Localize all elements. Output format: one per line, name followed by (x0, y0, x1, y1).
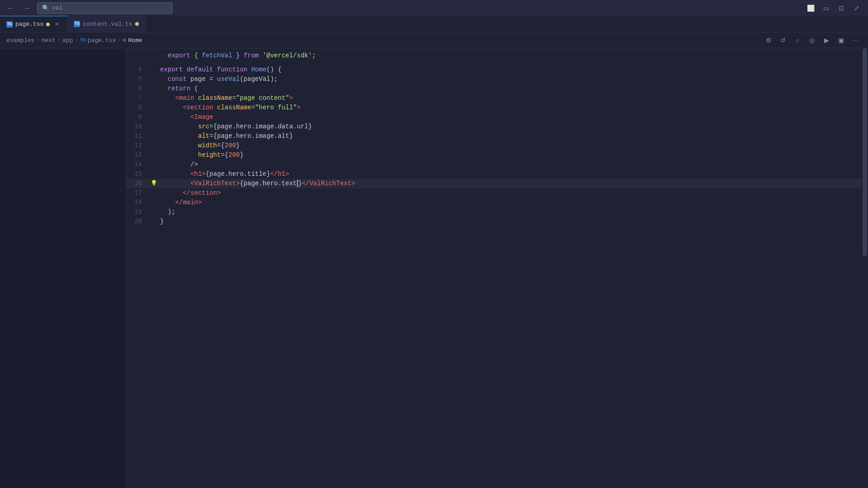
breadcrumb-sep-1: › (36, 37, 39, 43)
line-num-20: 20 (127, 217, 149, 226)
breadcrumb-home[interactable]: Home (128, 37, 142, 44)
lightbulb-icon[interactable]: 💡 (151, 179, 157, 188)
breadcrumb-page-tsx[interactable]: page.tsx (88, 37, 116, 44)
tab-modified-indicator (46, 23, 50, 26)
breadcrumb-ts-icon: TS (80, 38, 86, 43)
ts-lang-icon-2: TS (74, 21, 80, 27)
run-button[interactable]: ▶ (820, 34, 833, 46)
line-content-7: <main className="page content"> (158, 94, 868, 103)
symbol-icon: ⊙ (123, 37, 126, 44)
line-content-10: src={page.hero.image.data.url} (158, 122, 868, 131)
breadcrumb: examples › next › app › TS page.tsx › ⊙ … (6, 37, 142, 44)
line-content-4: export default function Home() { (158, 65, 868, 75)
layout-toggle-button[interactable]: ⬜ (804, 2, 817, 14)
toolbar-icons: ⚙ ↺ ○ ◎ ▶ ▣ ··· (762, 34, 862, 46)
code-line-9: 9 <Image (127, 113, 868, 122)
line-num-16: 16 (127, 179, 149, 188)
layout-editor-button[interactable]: ▣ (835, 34, 847, 46)
editor-area: export { fetchVal } from '@vercel/sdk'; … (0, 48, 868, 488)
tab-content-val-ts[interactable]: TS content.val.ts (67, 16, 145, 32)
code-line-20: 20 } (127, 217, 868, 226)
line-content-20: } (158, 217, 868, 226)
line-num-17: 17 (127, 188, 149, 198)
code-line-15: 15 <h1>{page.hero.title}</h1> (127, 169, 868, 179)
code-line-11: 11 alt={page.hero.image.alt} (127, 131, 868, 141)
code-line-8: 8 <section className="hero full"> (127, 103, 868, 113)
code-line-16: 16 💡 <ValRichText>{page.hero.text}</ValR… (127, 179, 868, 188)
circle-right-button[interactable]: ◎ (806, 34, 818, 46)
code-line-13: 13 height={200} (127, 150, 868, 160)
code-line-12: 12 width={200} (127, 141, 868, 150)
line-content-12: width={200} (158, 141, 868, 150)
line-content-5: const page = useVal(pageVal); (158, 75, 868, 84)
breadcrumb-examples[interactable]: examples (6, 37, 34, 44)
line-content-18: </main> (158, 198, 868, 207)
line-num-5: 5 (127, 75, 149, 84)
forward-button[interactable]: → (21, 2, 33, 14)
line-content-14: /> (158, 160, 868, 169)
scrollbar-thumb[interactable] (863, 48, 867, 256)
titlebar-left: ← → 🔍 val (5, 2, 173, 14)
search-bar[interactable]: 🔍 val (37, 2, 173, 14)
line-content-17: </section> (158, 188, 868, 198)
code-area: export { fetchVal } from '@vercel/sdk'; … (127, 48, 868, 229)
back-button[interactable]: ← (5, 2, 17, 14)
line-content-9: <Image (158, 113, 868, 122)
line-content-15: <h1>{page.hero.title}</h1> (158, 169, 868, 179)
search-icon: 🔍 (42, 5, 49, 12)
code-line-19: 19 ); (127, 207, 868, 217)
line-content-19: ); (158, 207, 868, 217)
scrollbar[interactable] (862, 48, 868, 488)
breadcrumb-sep-2: › (57, 37, 61, 43)
split-editor-button[interactable]: ⚙ (762, 34, 775, 46)
line-num-9: 9 (127, 113, 149, 122)
line-content-11: alt={page.hero.image.alt} (158, 131, 868, 141)
line-num-7: 7 (127, 94, 149, 103)
breadcrumb-app[interactable]: app (62, 37, 73, 44)
fullscreen-button[interactable]: ⤢ (850, 2, 863, 14)
ts-lang-icon: TS (6, 21, 13, 28)
line-num-11: 11 (127, 131, 149, 141)
line-num-8: 8 (127, 103, 149, 113)
code-line-blank (127, 61, 868, 65)
tab-content-label: content.val.ts (83, 21, 132, 28)
line-content-top: export { fetchVal } from '@vercel/sdk'; (158, 51, 868, 61)
tab-modified-indicator-2 (135, 22, 139, 26)
circle-button[interactable]: ○ (791, 34, 804, 46)
editor-toolbar: examples › next › app › TS page.tsx › ⊙ … (0, 33, 868, 48)
code-line-top: export { fetchVal } from '@vercel/sdk'; (127, 51, 868, 61)
line-content-13: height={200} (158, 150, 868, 160)
line-num-18: 18 (127, 198, 149, 207)
line-content-6: return ( (158, 84, 868, 94)
code-line-18: 18 </main> (127, 198, 868, 207)
sidebar-toggle-button[interactable]: ▭ (819, 2, 833, 14)
tab-page-tsx[interactable]: TS page.tsx × (0, 16, 67, 32)
tabbar: TS page.tsx × TS content.val.ts (0, 16, 868, 33)
code-line-5: 5 const page = useVal(pageVal); (127, 75, 868, 84)
panel-toggle-button[interactable]: ⊡ (835, 2, 848, 14)
editor-content[interactable]: export { fetchVal } from '@vercel/sdk'; … (127, 48, 868, 488)
code-line-7: 7 <main className="page content"> (127, 94, 868, 103)
code-line-4: 4 export default function Home() { (127, 65, 868, 75)
line-num-4: 4 (127, 65, 149, 75)
line-num-13: 13 (127, 150, 149, 160)
code-line-6: 6 return ( (127, 84, 868, 94)
code-line-10: 10 src={page.hero.image.data.url} (127, 122, 868, 131)
more-button[interactable]: ··· (849, 34, 862, 46)
code-line-14: 14 /> (127, 160, 868, 169)
breadcrumb-next[interactable]: next (42, 37, 56, 44)
breadcrumb-sep-4: › (118, 37, 121, 43)
line-num-19: 19 (127, 207, 149, 217)
line-num-10: 10 (127, 122, 149, 131)
titlebar-right: ⬜ ▭ ⊡ ⤢ (804, 2, 863, 14)
line-num-6: 6 (127, 84, 149, 94)
line-num-12: 12 (127, 141, 149, 150)
go-back-editor-button[interactable]: ↺ (777, 34, 789, 46)
gutter-16: 💡 (149, 179, 158, 188)
line-content-8: <section className="hero full"> (158, 103, 868, 113)
line-content-16: <ValRichText>{page.hero.text}</ValRichTe… (158, 179, 868, 188)
tab-close-button[interactable]: × (52, 20, 61, 28)
line-num-14: 14 (127, 160, 149, 169)
breadcrumb-sep-3: › (75, 37, 78, 43)
tab-page-label: page.tsx (15, 21, 43, 28)
